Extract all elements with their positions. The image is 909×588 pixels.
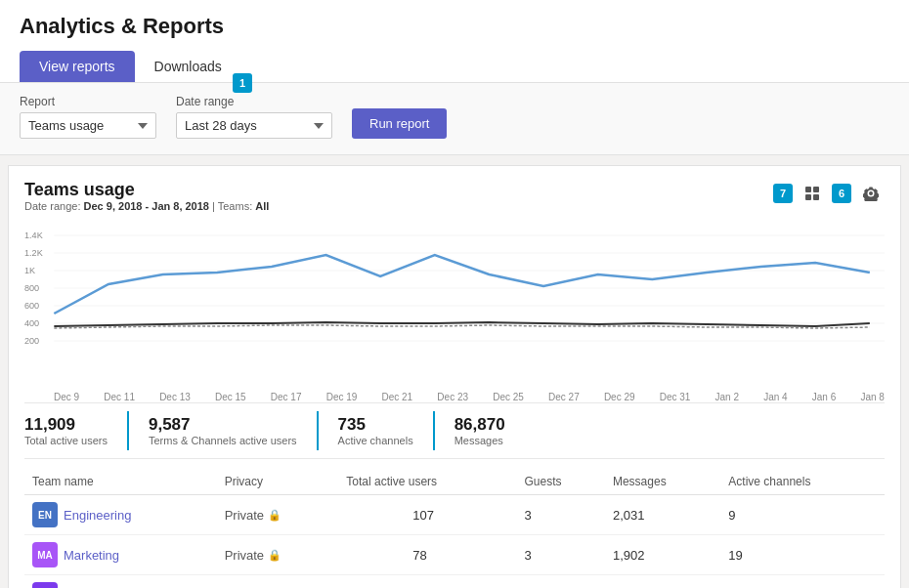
col-guests: Guests: [516, 471, 604, 495]
lock-icon: 🔒: [268, 509, 281, 522]
stat-messages: 86,870 Messages: [454, 411, 525, 450]
badge-7: 7: [773, 184, 793, 203]
col-privacy: Privacy: [217, 471, 339, 495]
team-avatar: EN: [32, 502, 58, 527]
col-messages: Messages: [605, 471, 720, 495]
cell-active-channels: 19: [720, 535, 885, 575]
report-actions: 7 6: [773, 180, 885, 207]
stat-value-2: 9,587: [149, 415, 297, 435]
report-filter-group: Report Teams usage: [20, 95, 156, 139]
chart-svg: 1.4K 1.2K 1K 800 600 400 200: [24, 226, 885, 362]
cell-team-name: MA Marketing: [24, 535, 217, 575]
team-name-link[interactable]: Engineering: [64, 508, 131, 523]
cell-messages: 2,031: [605, 495, 720, 535]
report-section: Teams usage Date range: Dec 9, 2018 - Ja…: [8, 165, 901, 588]
svg-text:1.2K: 1.2K: [24, 248, 43, 258]
svg-rect-3: [813, 194, 819, 200]
table-row: IT IT Private 🔒 567 0 10,931 14: [24, 575, 885, 589]
tabs-row: View reports Downloads: [20, 51, 889, 82]
lock-icon: 🔒: [268, 549, 281, 562]
active-users-value: 107: [412, 508, 434, 523]
svg-rect-0: [805, 187, 811, 192]
settings-icon-button[interactable]: [857, 180, 885, 207]
col-team-name: Team name: [24, 471, 217, 495]
badge-6: 6: [832, 184, 851, 203]
chart-container: 1.4K 1.2K 1K 800 600 400 200: [24, 226, 885, 382]
stat-label-1: Total active users: [24, 435, 108, 446]
cell-guests: 3: [516, 535, 604, 575]
report-teams: All: [255, 200, 269, 212]
date-range-select[interactable]: Last 28 days: [176, 112, 332, 139]
report-table: Team name Privacy Total active users Gue…: [24, 471, 885, 588]
cell-guests: 3: [516, 495, 604, 535]
cell-team-name: IT IT: [24, 575, 217, 589]
run-report-button[interactable]: Run report: [352, 108, 447, 139]
team-avatar: IT: [32, 582, 58, 588]
table-row: MA Marketing Private 🔒 78 3 1,902 19: [24, 535, 885, 575]
page-title: Analytics & Reports: [20, 14, 889, 39]
table-icon-button[interactable]: [799, 180, 826, 207]
cell-privacy: Private 🔒: [217, 495, 339, 535]
stat-value-1: 11,909: [24, 415, 108, 435]
cell-privacy: Private 🔒: [217, 535, 339, 575]
report-subtitle: Date range: Dec 9, 2018 - Jan 8, 2018 | …: [24, 200, 269, 212]
report-title: Teams usage: [24, 180, 269, 200]
svg-text:400: 400: [24, 318, 39, 328]
cell-team-name: EN Engineering: [24, 495, 217, 535]
active-users-value: 78: [412, 548, 426, 563]
header-section: Analytics & Reports View reports Downloa…: [0, 0, 909, 83]
table-header-row: Team name Privacy Total active users Gue…: [24, 471, 885, 495]
report-date-range: Dec 9, 2018 - Jan 8, 2018: [84, 200, 209, 212]
date-range-filter-group: Date range Last 28 days: [176, 95, 332, 139]
cell-messages: 1,902: [605, 535, 720, 575]
stat-label-3: Active channels: [338, 435, 413, 446]
tab-view-reports[interactable]: View reports: [20, 51, 135, 82]
svg-text:800: 800: [24, 283, 39, 293]
report-header: Teams usage Date range: Dec 9, 2018 - Ja…: [24, 180, 885, 222]
mini-chart: [346, 543, 405, 567]
stat-label-4: Messages: [454, 435, 505, 446]
mini-chart: [346, 503, 405, 526]
cell-active-channels: 14: [720, 575, 885, 589]
privacy-label: Private: [225, 508, 264, 523]
col-active-channels: Active channels: [720, 471, 885, 495]
date-range-label: Date range: [176, 95, 332, 108]
col-total-active: Total active users: [338, 471, 516, 495]
report-title-block: Teams usage Date range: Dec 9, 2018 - Ja…: [24, 180, 269, 222]
report-select[interactable]: Teams usage: [20, 112, 156, 139]
stat-value-3: 735: [338, 415, 413, 435]
stat-active-channels: 735 Active channels: [338, 411, 435, 450]
svg-text:1K: 1K: [24, 266, 35, 275]
cell-messages: 10,931: [605, 575, 720, 589]
tab-downloads[interactable]: Downloads: [135, 51, 241, 82]
svg-text:200: 200: [24, 336, 39, 346]
cell-guests: 0: [516, 575, 604, 589]
cell-active-channels: 9: [720, 495, 885, 535]
page-wrapper: Analytics & Reports View reports Downloa…: [0, 0, 909, 588]
chart-x-labels: Dec 9 Dec 11 Dec 13 Dec 15 Dec 17 Dec 19…: [24, 390, 885, 402]
stat-value-4: 86,870: [454, 415, 505, 435]
privacy-label: Private: [225, 548, 264, 563]
stat-label-2: Terms & Channels active users: [149, 435, 297, 446]
mini-chart: [346, 583, 405, 588]
cell-privacy: Private 🔒: [217, 575, 339, 589]
stat-total-active-users: 11,909 Total active users: [24, 411, 129, 450]
stats-row: 11,909 Total active users 9,587 Terms & …: [24, 402, 885, 459]
svg-rect-2: [805, 194, 811, 200]
stat-terms-channels: 9,587 Terms & Channels active users: [149, 411, 319, 450]
badge-1: 1: [233, 73, 252, 93]
team-name-link[interactable]: Marketing: [64, 548, 119, 563]
report-filter-label: Report: [20, 95, 156, 108]
svg-rect-1: [813, 187, 819, 192]
svg-text:1.4K: 1.4K: [24, 231, 43, 240]
cell-active-users: 567: [338, 575, 516, 589]
table-body: EN Engineering Private 🔒 107 3 2,031 9 M…: [24, 495, 885, 589]
team-avatar: MA: [32, 542, 58, 567]
cell-active-users: 107: [338, 495, 516, 535]
cell-active-users: 78: [338, 535, 516, 575]
filter-section: 1 Report Teams usage Date range Last 28 …: [0, 83, 909, 155]
table-row: EN Engineering Private 🔒 107 3 2,031 9: [24, 495, 885, 535]
svg-text:600: 600: [24, 301, 39, 311]
